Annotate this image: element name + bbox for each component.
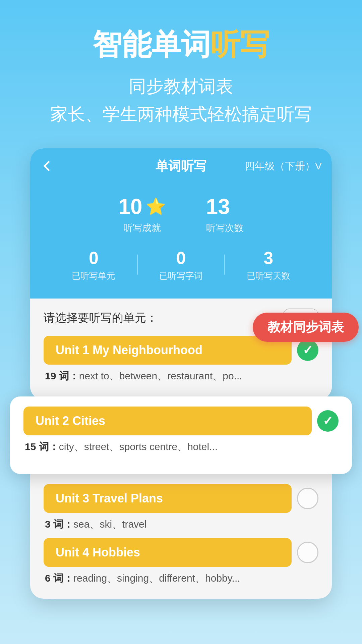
unit-item-1: Unit 1 My Neighbourhood ✓ 19 词：next to、b… [44, 336, 318, 383]
unit-1-button[interactable]: Unit 1 My Neighbourhood [44, 336, 292, 365]
units-written-stat: 0 已听写单元 [50, 248, 137, 282]
unit-2-button[interactable]: Unit 2 Cities [23, 407, 312, 435]
phone-card-lower: Unit 3 Travel Plans 3 词：sea、ski、travel U… [30, 474, 332, 599]
unit-1-words: 19 词：next to、between、restaurant、po... [44, 369, 318, 383]
unit-4-name-row: Unit 4 Hobbies [44, 538, 318, 567]
subtitle-line1: 同步教材词表 [20, 72, 342, 100]
achievement-value: 10 ⭐ [118, 194, 166, 219]
unit-2-name: Unit 2 Cities [36, 414, 105, 428]
unit-item-4: Unit 4 Hobbies 6 词：reading、singing、diffe… [44, 538, 318, 585]
unit-1-check[interactable]: ✓ [297, 339, 318, 361]
achievement-label: 听写成就 [118, 222, 166, 234]
count-label: 听写次数 [206, 222, 244, 234]
unit-1-name: Unit 1 My Neighbourhood [56, 343, 202, 357]
phone-topbar: 单词听写 四年级（下册）V [30, 148, 332, 184]
header: 智能单词听写 同步教材词表 家长、学生两种模式轻松搞定听写 [0, 0, 362, 148]
header-subtitle: 同步教材词表 家长、学生两种模式轻松搞定听写 [20, 72, 342, 128]
units-written-label: 已听写单元 [50, 270, 137, 282]
count-value: 13 [206, 194, 244, 219]
achievement-stat: 10 ⭐ 听写成就 [118, 194, 166, 234]
unit-3-words: 3 词：sea、ski、travel [44, 518, 318, 531]
days-written-stat: 3 已听写天数 [225, 248, 312, 282]
unit-3-button[interactable]: Unit 3 Travel Plans [44, 484, 292, 513]
title-highlight: 听写 [210, 28, 269, 61]
checkmark-icon-2: ✓ [323, 414, 333, 428]
lower-units-area: Unit 3 Travel Plans 3 词：sea、ski、travel U… [30, 474, 332, 599]
stats-main: 10 ⭐ 听写成就 13 听写次数 [50, 194, 312, 234]
unit-3-name-row: Unit 3 Travel Plans [44, 484, 318, 513]
stats-sub: 0 已听写单元 0 已听写字词 3 已听写天数 [50, 248, 312, 282]
header-title: 智能单词听写 [20, 27, 342, 62]
unit-item-2: Unit 2 Cities ✓ 15 词：city、street、sports … [23, 407, 339, 454]
unit-item-3: Unit 3 Travel Plans 3 词：sea、ski、travel [44, 484, 318, 531]
phone-card: 单词听写 四年级（下册）V 10 ⭐ 听写成就 13 听写次数 [30, 148, 332, 400]
days-written-value: 3 [225, 248, 312, 268]
count-stat: 13 听写次数 [206, 194, 244, 234]
unit-select-label: 请选择要听写的单元： [44, 310, 158, 326]
floating-card-unit2: Unit 2 Cities ✓ 15 词：city、street、sports … [10, 396, 352, 474]
unit-4-name: Unit 4 Hobbies [56, 545, 140, 559]
unit-4-button[interactable]: Unit 4 Hobbies [44, 538, 292, 567]
unit-2-check[interactable]: ✓ [317, 410, 339, 432]
back-chevron-icon [43, 161, 54, 171]
back-button[interactable] [40, 158, 57, 174]
topbar-grade: 四年级（下册）V [245, 159, 322, 173]
unit-3-check-empty[interactable] [297, 488, 318, 509]
stats-section: 10 ⭐ 听写成就 13 听写次数 0 已听写单元 0 已听 [30, 184, 332, 299]
phone-wrapper: 教材同步词表 单词听写 四年级（下册）V 10 ⭐ 听写成就 [10, 148, 352, 599]
units-written-value: 0 [50, 248, 137, 268]
words-written-label: 已听写字词 [138, 270, 225, 282]
unit-2-name-row: Unit 2 Cities ✓ [23, 407, 339, 435]
unit-3-name: Unit 3 Travel Plans [56, 491, 163, 505]
words-written-stat: 0 已听写字词 [138, 248, 225, 282]
title-main: 智能单词 [93, 28, 210, 61]
words-written-value: 0 [138, 248, 225, 268]
tooltip-badge: 教材同步词表 [253, 313, 359, 342]
unit-2-words: 15 词：city、street、sports centre、hotel... [23, 440, 339, 454]
star-icon: ⭐ [146, 197, 166, 216]
unit-4-words: 6 词：reading、singing、different、hobby... [44, 572, 318, 585]
checkmark-icon: ✓ [303, 343, 313, 357]
days-written-label: 已听写天数 [225, 270, 312, 282]
topbar-title: 单词听写 [156, 158, 206, 175]
subtitle-line2: 家长、学生两种模式轻松搞定听写 [20, 100, 342, 128]
unit-4-check-empty[interactable] [297, 542, 318, 563]
